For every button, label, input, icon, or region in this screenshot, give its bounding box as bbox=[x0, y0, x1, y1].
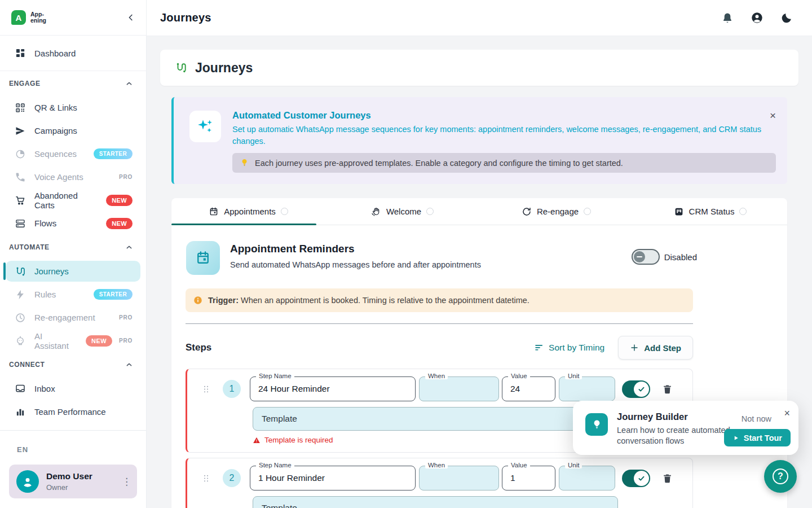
steps-heading: Steps bbox=[186, 342, 211, 353]
step-name-input[interactable] bbox=[250, 377, 415, 401]
banner-close-button[interactable]: × bbox=[770, 110, 776, 122]
sidebar-item-label: Dashboard bbox=[34, 49, 76, 58]
tab-re-engage[interactable]: Re-engage bbox=[479, 198, 633, 225]
sort-by-timing-button[interactable]: Sort by Timing bbox=[534, 343, 604, 353]
notifications-button[interactable] bbox=[721, 12, 734, 24]
app-logo-icon: A bbox=[11, 10, 26, 25]
app-logo-text: App-ening bbox=[30, 11, 46, 24]
tab-appointments[interactable]: Appointments bbox=[171, 198, 325, 225]
sidebar-item-label: Re-engagement bbox=[34, 313, 95, 322]
sidebar-item-journeys[interactable]: Journeys bbox=[6, 261, 140, 282]
help-button[interactable]: ? bbox=[764, 460, 797, 493]
step-name-input[interactable] bbox=[250, 466, 415, 490]
tab-label: Welcome bbox=[386, 207, 421, 216]
calendar-icon bbox=[209, 207, 219, 217]
template-select[interactable]: Template bbox=[253, 407, 618, 431]
kanban-icon bbox=[674, 207, 684, 217]
moon-icon bbox=[780, 12, 793, 24]
user-circle-icon bbox=[751, 11, 764, 24]
category-subtitle: Send automated WhatsApp messages before … bbox=[230, 260, 481, 269]
sidebar-section-automate: AUTOMATE bbox=[0, 235, 146, 260]
user-avatar bbox=[16, 470, 39, 493]
delete-step-button[interactable] bbox=[662, 473, 673, 484]
language-selector[interactable]: EN bbox=[17, 445, 146, 454]
drag-handle-icon[interactable] bbox=[202, 383, 211, 395]
category-tabs: Appointments Welcome Re-engage CRM Statu… bbox=[171, 198, 787, 225]
sidebar-item-abandoned-carts[interactable]: Abandoned Carts NEW bbox=[0, 189, 146, 212]
calendar-icon bbox=[186, 241, 220, 275]
category-enable-toggle[interactable] bbox=[632, 249, 660, 265]
sidebar-item-dashboard[interactable]: Dashboard bbox=[0, 36, 146, 71]
sidebar-item-label: QR & Links bbox=[34, 103, 77, 112]
sidebar-section-connect: CONNECT bbox=[0, 352, 146, 377]
sidebar-collapse-button[interactable] bbox=[126, 12, 136, 23]
section-collapse-button[interactable] bbox=[125, 243, 134, 252]
category-title: Appointment Reminders bbox=[230, 243, 481, 255]
sidebar-item-flows[interactable]: Flows NEW bbox=[0, 212, 146, 235]
user-icon bbox=[20, 474, 35, 489]
value-input[interactable] bbox=[502, 377, 555, 401]
journeys-panel: Appointments Welcome Re-engage CRM Statu… bbox=[171, 198, 787, 508]
step-row-2: 2 Step Name When Value Unit bbox=[186, 458, 693, 508]
flows-icon bbox=[15, 218, 26, 229]
sidebar-item-rules[interactable]: Rules STARTER bbox=[0, 283, 146, 306]
starter-badge: STARTER bbox=[94, 289, 133, 300]
sidebar-item-sequences[interactable]: Sequences STARTER bbox=[0, 142, 146, 165]
clock-icon bbox=[15, 312, 26, 323]
template-select[interactable]: Template bbox=[253, 496, 618, 508]
page-title-card: Journeys bbox=[160, 50, 798, 86]
sidebar-item-inbox[interactable]: Inbox bbox=[0, 377, 146, 400]
sidebar-item-qr-links[interactable]: QR & Links bbox=[0, 96, 146, 119]
step-enable-toggle[interactable] bbox=[622, 380, 650, 398]
unit-select[interactable]: Unit bbox=[559, 466, 615, 491]
step-enable-toggle[interactable] bbox=[622, 470, 650, 487]
sidebar-item-label: Abandoned Carts bbox=[34, 191, 98, 210]
pro-tag: PRO bbox=[119, 338, 133, 344]
kebab-icon: ⋮ bbox=[122, 476, 131, 487]
section-collapse-button[interactable] bbox=[125, 360, 134, 369]
sidebar-item-campaigns[interactable]: Campaigns bbox=[0, 119, 146, 142]
drag-handle-icon[interactable] bbox=[202, 472, 211, 484]
inbox-icon bbox=[15, 383, 26, 395]
sidebar-item-activity-heatmap[interactable]: Activity Heatmap bbox=[0, 423, 146, 430]
sidebar-item-label: Rules bbox=[34, 290, 56, 299]
cart-icon bbox=[15, 195, 26, 206]
delete-step-button[interactable] bbox=[662, 384, 673, 395]
value-input[interactable] bbox=[502, 466, 555, 490]
sidebar-item-team-performance[interactable]: Team Performance bbox=[0, 400, 146, 423]
banner-title: Automated Customer Journeys bbox=[232, 110, 371, 121]
topbar-title: Journeys bbox=[160, 11, 211, 24]
close-icon: × bbox=[784, 408, 790, 419]
sidebar-item-re-engagement[interactable]: Re-engagement PRO bbox=[0, 306, 146, 329]
dark-mode-toggle[interactable] bbox=[780, 12, 793, 24]
user-card[interactable]: Demo User Owner ⋮ bbox=[9, 465, 137, 498]
sidebar-item-voice-agents[interactable]: Voice Agents PRO bbox=[0, 165, 146, 189]
not-now-button[interactable]: Not now bbox=[742, 414, 771, 423]
start-tour-button[interactable]: Start Tour bbox=[724, 429, 791, 446]
add-step-button[interactable]: Add Step bbox=[618, 336, 693, 360]
ai-icon bbox=[15, 335, 26, 347]
user-menu-button[interactable]: ⋮ bbox=[122, 477, 131, 487]
when-select[interactable]: When bbox=[419, 376, 499, 401]
sidebar-footer: EN Demo User Owner ⋮ bbox=[0, 430, 146, 508]
chevron-left-icon bbox=[126, 12, 136, 23]
new-badge: NEW bbox=[86, 335, 112, 347]
starter-badge: STARTER bbox=[94, 148, 133, 159]
tab-status-dot bbox=[584, 208, 591, 215]
sidebar-item-ai-assistant[interactable]: AI Assistant NEWPRO bbox=[0, 329, 146, 352]
play-icon bbox=[732, 435, 739, 441]
tab-welcome[interactable]: Welcome bbox=[325, 198, 479, 225]
page-title: Journeys bbox=[195, 60, 253, 76]
step-number-badge: 2 bbox=[223, 469, 241, 487]
popup-close-button[interactable]: × bbox=[784, 408, 790, 419]
banner-tip: Each journey uses pre-approved templates… bbox=[232, 153, 776, 173]
bell-icon bbox=[721, 12, 734, 24]
sidebar-section-engage: ENGAGE bbox=[0, 71, 146, 96]
account-button[interactable] bbox=[751, 11, 764, 24]
section-collapse-button[interactable] bbox=[125, 79, 134, 88]
route-icon bbox=[15, 266, 26, 277]
sidebar: A App-ening Dashboard ENGAGE QR & Links … bbox=[0, 0, 147, 508]
tab-crm-status[interactable]: CRM Status bbox=[633, 198, 787, 225]
unit-select[interactable]: Unit bbox=[559, 376, 615, 401]
when-select[interactable]: When bbox=[419, 466, 499, 491]
